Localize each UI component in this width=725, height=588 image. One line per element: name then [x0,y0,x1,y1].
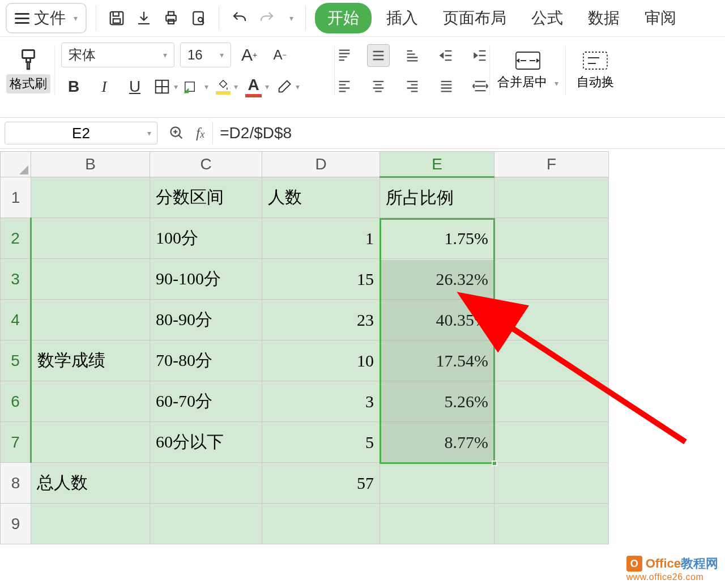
cell-b4[interactable] [31,300,150,340]
align-middle-icon[interactable] [367,44,390,67]
wrap-text-icon[interactable] [582,51,608,70]
cell-b2[interactable] [31,218,150,259]
cell-b7[interactable] [31,422,150,463]
cell-f1[interactable] [494,177,609,218]
column-header-e[interactable]: E [380,152,494,177]
cell-d2[interactable]: 1 [262,218,380,259]
cell-e8[interactable] [380,463,494,504]
font-color-button[interactable]: A▾ [245,74,270,99]
cell-b8[interactable]: 总人数 [31,463,150,504]
eraser-button[interactable]: ▾ [275,74,300,99]
print-icon[interactable] [160,7,182,29]
increase-indent-icon[interactable] [469,44,492,67]
cell-d4[interactable]: 23 [262,300,380,340]
increase-font-icon[interactable]: A+ [237,42,262,67]
save-icon[interactable] [105,7,128,29]
align-bottom-icon[interactable] [401,44,424,67]
tab-data[interactable]: 数据 [578,3,630,33]
fx-icon[interactable]: fx [196,125,204,142]
cell-e5[interactable]: 17.54% [380,340,494,381]
cell-e2[interactable]: 1.75% [380,218,494,259]
cell-e6[interactable]: 5.26% [380,381,494,422]
cell-d7[interactable]: 5 [262,422,380,463]
column-header-d[interactable]: D [262,152,380,177]
cell-c6[interactable]: 60-70分 [150,381,262,422]
cell-e7[interactable]: 8.77% [380,422,494,463]
cell-f2[interactable] [494,218,609,259]
font-name-select[interactable]: 宋体▾ [61,42,174,67]
tab-formulas[interactable]: 公式 [521,3,573,33]
fill-handle[interactable] [492,461,497,466]
preview-icon[interactable] [187,7,210,29]
row-header-4[interactable]: 4 [1,300,31,340]
cell-c9[interactable] [150,504,262,544]
row-header-1[interactable]: 1 [1,177,31,218]
align-center-icon[interactable] [367,75,390,97]
cell-f6[interactable] [494,381,609,422]
row-header-6[interactable]: 6 [1,381,31,422]
row-header-7[interactable]: 7 [1,422,31,463]
cell-e9[interactable] [380,504,494,544]
tab-page-layout[interactable]: 页面布局 [433,3,517,33]
merge-cells-icon[interactable] [515,51,541,70]
cell-c7[interactable]: 60分以下 [150,422,262,463]
cell-f4[interactable] [494,300,609,340]
tab-review[interactable]: 审阅 [634,3,686,33]
cell-b9[interactable] [31,504,150,544]
formula-input[interactable]: =D2/$D$8 [212,122,720,144]
cell-f7[interactable] [494,422,609,463]
cell-c3[interactable]: 90-100分 [150,259,262,300]
cell-c8[interactable] [150,463,262,504]
cell-d9[interactable] [262,504,380,544]
cell-f9[interactable] [494,504,609,544]
underline-button[interactable]: U [122,74,147,99]
fill-color-button[interactable]: ▾ [214,74,239,99]
name-box[interactable]: E2 ▾ [5,122,157,144]
align-left-icon[interactable] [333,75,356,97]
zoom-search-icon[interactable] [165,122,188,144]
cell-c4[interactable]: 80-90分 [150,300,262,340]
cell-d5[interactable]: 10 [262,340,380,381]
borders-button[interactable]: ▾ [153,74,178,99]
row-header-3[interactable]: 3 [1,259,31,300]
align-top-icon[interactable] [333,44,356,67]
cell-b6[interactable] [31,381,150,422]
justify-icon[interactable] [435,75,458,97]
column-header-b[interactable]: B [31,152,150,177]
cell-e3[interactable]: 26.32% [380,259,494,300]
cell-c2[interactable]: 100分 [150,218,262,259]
cell-f3[interactable] [494,259,609,300]
tab-insert[interactable]: 插入 [376,3,428,33]
align-right-icon[interactable] [401,75,424,97]
decrease-font-icon[interactable]: A− [267,42,292,67]
cell-f5[interactable] [494,340,609,381]
quick-access-dropdown[interactable]: ▾ [283,7,296,29]
cell-f8[interactable] [494,463,609,504]
cell-c5[interactable]: 70-80分 [150,340,262,381]
cell-effects-button[interactable]: ◢▾ [184,74,208,99]
file-menu-button[interactable]: 文件 ▾ [6,3,87,33]
cell-d8[interactable]: 57 [262,463,380,504]
output-icon[interactable] [133,7,155,29]
cell-d1[interactable]: 人数 [262,177,380,218]
redo-icon[interactable] [255,7,278,29]
select-all-corner[interactable] [1,152,31,177]
row-header-5[interactable]: 5 [1,340,31,381]
undo-icon[interactable] [228,7,251,29]
cell-b1[interactable] [31,177,150,218]
cell-d3[interactable]: 15 [262,259,380,300]
tab-home[interactable]: 开始 [315,3,372,33]
decrease-indent-icon[interactable] [435,44,458,67]
bold-button[interactable]: B [61,74,86,99]
row-header-8[interactable]: 8 [1,463,31,504]
format-painter-icon[interactable] [16,48,40,72]
merge-center-label[interactable]: 合并居中 ▾ [497,74,558,91]
column-header-c[interactable]: C [150,152,262,177]
cell-e4[interactable]: 40.35% [380,300,494,340]
cell-d6[interactable]: 3 [262,381,380,422]
cell-e1[interactable]: 所占比例 [380,177,494,218]
distributed-icon[interactable] [469,75,492,97]
font-size-select[interactable]: 16▾ [180,42,231,67]
italic-button[interactable]: I [92,74,117,99]
cell-b3[interactable] [31,259,150,300]
